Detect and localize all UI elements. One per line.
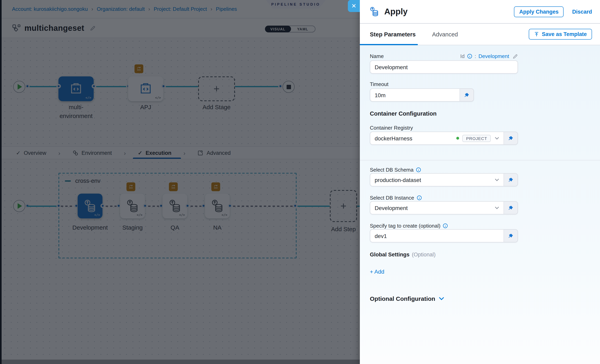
breadcrumb-organization-link[interactable]: Organization: default xyxy=(97,6,145,12)
breadcrumb-pipelines-link[interactable]: Pipelines xyxy=(216,6,237,12)
name-label: Name xyxy=(370,53,384,59)
stage-label: APJ xyxy=(128,103,163,112)
toggle-yaml[interactable]: YAML xyxy=(291,26,315,32)
save-as-template-button[interactable]: Save as Template xyxy=(529,29,592,40)
left-nav-rail xyxy=(0,0,2,364)
edit-id-icon[interactable] xyxy=(512,53,518,59)
upload-icon xyxy=(534,32,539,37)
db-schema-select[interactable]: production-dataset xyxy=(370,173,504,186)
optional-configuration-toggle[interactable]: Optional Configuration xyxy=(370,295,444,302)
rollback-icon xyxy=(126,182,135,191)
chevron-down-icon xyxy=(439,297,444,300)
stage-node-multi-environment[interactable]: </> xyxy=(58,76,94,101)
close-drawer-button[interactable]: ✕ xyxy=(348,0,360,12)
drawer-header: Apply Apply Changes Discard xyxy=(360,0,600,24)
canvas-bottom-scrollbar[interactable] xyxy=(2,360,360,364)
apply-changes-button[interactable]: Apply Changes xyxy=(514,6,564,17)
db-instance-label-text: Select DB Instance xyxy=(370,195,414,201)
pin-icon xyxy=(508,177,514,182)
step-id-value[interactable]: Development xyxy=(478,53,509,59)
code-glyph: </> xyxy=(137,213,142,217)
tab-step-advanced[interactable]: Advanced xyxy=(432,31,458,37)
add-stage-button[interactable]: + xyxy=(198,76,235,101)
container-registry-label: Container Registry xyxy=(370,125,413,131)
check-icon: ✓ xyxy=(138,150,142,156)
chevron-down-icon[interactable] xyxy=(495,137,499,140)
tab-environment[interactable]: Environment xyxy=(70,147,114,159)
discard-button[interactable]: Discard xyxy=(572,9,592,15)
step-node-qa[interactable]: </> xyxy=(162,194,187,218)
tab-advanced[interactable]: Advanced xyxy=(195,147,233,159)
code-glyph: </> xyxy=(94,213,100,217)
info-icon[interactable] xyxy=(416,195,422,200)
input-type-pin-button[interactable] xyxy=(459,88,474,102)
db-instance-label: Select DB Instance xyxy=(370,195,422,201)
info-icon[interactable] xyxy=(416,167,421,173)
connector-point xyxy=(56,204,61,208)
connector-line-dashed xyxy=(61,206,76,207)
step-node-development[interactable]: </> xyxy=(78,194,103,218)
pin-icon xyxy=(464,92,469,98)
pipeline-studio-badge-label: PIPELINE STUDIO xyxy=(271,2,320,6)
code-glyph: </> xyxy=(155,96,161,100)
tag-input[interactable] xyxy=(375,233,499,239)
connector-line xyxy=(27,86,59,87)
name-input[interactable] xyxy=(375,64,513,70)
input-type-pin-button[interactable] xyxy=(504,229,518,242)
chevron-down-icon[interactable] xyxy=(495,206,499,209)
connector-line xyxy=(96,86,128,87)
connector-point xyxy=(278,84,282,88)
pin-icon xyxy=(508,135,514,141)
container-registry-value: dockerHarness xyxy=(375,135,457,141)
info-icon[interactable] xyxy=(443,223,448,228)
db-schema-field-group: production-dataset xyxy=(370,173,518,186)
breadcrumb-separator: › xyxy=(211,6,212,12)
connector-line xyxy=(357,206,360,207)
tab-overview[interactable]: ✓ Overview xyxy=(14,147,49,159)
tab-execution[interactable]: ✓ Execution xyxy=(135,147,174,159)
stop-icon xyxy=(286,85,291,89)
input-type-pin-button[interactable] xyxy=(504,201,518,214)
tab-step-parameters[interactable]: Step Parameters xyxy=(370,31,416,37)
step-node-staging[interactable]: </> xyxy=(120,194,145,218)
chevron-down-icon[interactable] xyxy=(495,178,499,181)
tab-label: Advanced xyxy=(206,150,231,156)
input-type-pin-button[interactable] xyxy=(504,132,518,145)
apply-step-icon xyxy=(368,6,380,18)
db-instance-select[interactable]: Development xyxy=(370,201,504,214)
tab-label: Environment xyxy=(82,150,112,156)
step-label: QA xyxy=(151,223,199,232)
pin-icon xyxy=(508,233,514,239)
global-settings-label: Global Settings (Optional) xyxy=(370,252,436,258)
info-icon[interactable] xyxy=(467,54,472,59)
breadcrumb-separator: › xyxy=(92,6,93,12)
add-stage-label: Add Stage xyxy=(197,103,236,112)
edit-pipeline-name-icon[interactable] xyxy=(89,25,95,31)
collapse-group-icon[interactable] xyxy=(65,180,71,182)
connector-point xyxy=(161,84,166,88)
breadcrumb-project-link[interactable]: Project: Default Project xyxy=(154,6,207,12)
pipeline-end-node xyxy=(282,81,295,93)
input-type-pin-button[interactable] xyxy=(504,173,518,186)
db-schema-label: Select DB Schema xyxy=(370,167,421,173)
timeout-input[interactable] xyxy=(375,92,455,98)
container-registry-select[interactable]: dockerHarness PROJECT xyxy=(370,132,504,145)
rollback-icon xyxy=(169,182,178,191)
connector-line xyxy=(297,206,330,207)
add-step-label: Add Step xyxy=(323,225,360,234)
step-id-row: Id : Development xyxy=(460,53,518,59)
container-registry-field-group: dockerHarness PROJECT xyxy=(370,132,518,145)
toggle-visual[interactable]: VISUAL xyxy=(265,26,291,32)
connector-point xyxy=(101,204,105,208)
breadcrumb-separator: › xyxy=(148,6,150,12)
id-colon: : xyxy=(475,53,476,59)
step-node-na[interactable]: </> xyxy=(205,194,230,218)
stage-node-apj[interactable]: </> xyxy=(128,76,163,101)
code-glyph: </> xyxy=(179,213,185,217)
add-step-button[interactable]: + xyxy=(330,190,357,222)
connector-point xyxy=(92,84,96,88)
add-global-setting-button[interactable]: + Add xyxy=(370,268,384,275)
step-group-label: cross-env xyxy=(75,178,101,184)
tab-separator-icon: › xyxy=(174,147,195,159)
breadcrumb-account-link[interactable]: Account: kurosakiichigo.songoku xyxy=(12,6,88,12)
